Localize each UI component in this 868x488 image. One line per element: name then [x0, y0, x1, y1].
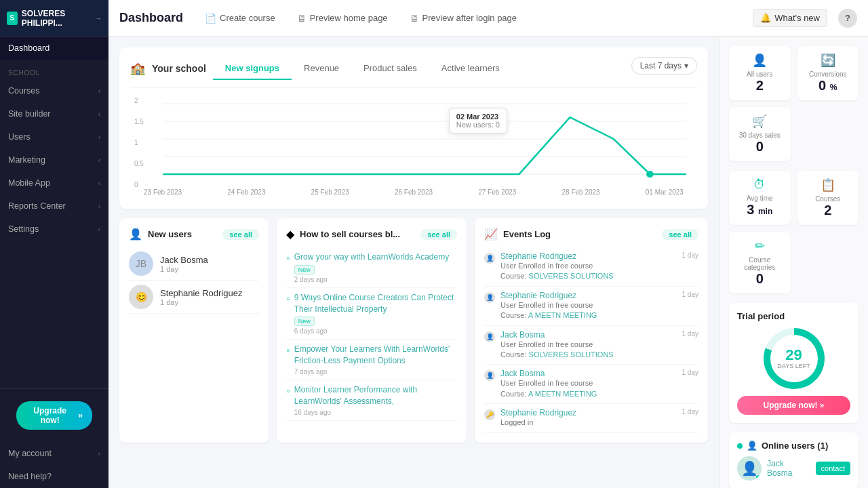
stat-avg-time: ⏱ Avg time 3 min — [729, 171, 791, 225]
event-time: 1 day — [682, 251, 698, 259]
sidebar-item-my-account[interactable]: My account ‹ — [0, 442, 108, 465]
topbar: Dashboard 📄 Create course 🖥 Preview home… — [108, 0, 868, 37]
event-content: Stephanie Rodriguez User Enrolled in fre… — [500, 291, 677, 321]
online-dot — [737, 443, 743, 449]
online-users-box: 👤 Online users (1) 👤 Jack Bosma contact — [729, 432, 859, 488]
sidebar-item-label: Settings — [8, 224, 39, 234]
upgrade-now-button[interactable]: Upgrade now! » — [737, 396, 850, 415]
sidebar-item-reports-center[interactable]: Reports Center ‹ — [0, 195, 108, 218]
upgrade-label: Upgrade now! — [26, 406, 74, 425]
event-user-name[interactable]: Stephanie Rodriguez — [500, 408, 677, 418]
blog-link[interactable]: 9 Ways Online Course Creators Can Protec… — [294, 292, 457, 315]
brand-header[interactable]: S SOLVERES PHILIPPI... → — [0, 0, 108, 37]
event-user-name[interactable]: Jack Bosma — [500, 330, 677, 340]
sales-value: 0 — [736, 139, 784, 155]
user-item: 😊 Stephanie Rodriguez 1 day — [129, 281, 259, 314]
event-item: 🔑 Stephanie Rodriguez Logged in 1 day — [484, 404, 698, 432]
dashboard-main: 🏫 Your school New signups Revenue Produc… — [108, 37, 719, 488]
events-title: Events Log — [503, 229, 551, 239]
sidebar-item-label: Dashboard — [8, 43, 50, 53]
tooltip-date: 02 Mar 2023 — [456, 113, 500, 121]
sidebar-item-site-builder[interactable]: Site builder ‹ — [0, 102, 108, 125]
help-button[interactable]: ? — [838, 9, 857, 28]
new-badge: New — [294, 317, 315, 326]
event-course-link[interactable]: SOLVERES SOLUTIONS — [529, 272, 614, 280]
upgrade-button[interactable]: Upgrade now! » — [16, 401, 92, 430]
online-users-icon: 👤 — [747, 441, 757, 451]
create-course-button[interactable]: 📄 Create course — [199, 9, 281, 27]
preview-home-button[interactable]: 🖥 Preview home page — [292, 9, 393, 27]
event-time: 1 day — [682, 291, 698, 298]
avg-time-unit: min — [758, 207, 772, 216]
svg-point-5 — [646, 171, 654, 178]
event-user-name[interactable]: Jack Bosma — [500, 369, 677, 378]
tab-product-sales[interactable]: Product sales — [351, 58, 429, 80]
event-user-name[interactable]: Stephanie Rodriguez — [500, 251, 677, 261]
tab-revenue[interactable]: Revenue — [292, 58, 351, 80]
event-user-icon: 👤 — [484, 253, 495, 264]
chevron-icon: ‹ — [98, 110, 100, 118]
user-name: Stephanie Rodriguez — [160, 288, 242, 298]
whats-new-button[interactable]: 🔔 What's new — [753, 9, 827, 27]
brand-arrow[interactable]: → — [94, 14, 102, 22]
online-user-name[interactable]: Jack Bosma — [767, 459, 810, 478]
tab-new-signups[interactable]: New signups — [213, 58, 292, 80]
sidebar-item-settings[interactable]: Settings ‹ — [0, 218, 108, 241]
user-item: JB Jack Bosma 1 day — [129, 247, 259, 281]
blog-widget: ◆ How to sell courses bl... see all ◦ Gr… — [277, 218, 467, 443]
sidebar-item-need-help[interactable]: Need help? — [0, 465, 108, 488]
chevron-icon: ‹ — [98, 157, 100, 164]
event-content: Jack Bosma User Enrolled in free course … — [500, 369, 677, 399]
event-time: 1 day — [682, 369, 698, 376]
event-course-link[interactable]: A MEETN MEETING — [528, 311, 597, 319]
blog-dot: ◦ — [286, 344, 290, 357]
school-tabs: New signups Revenue Product sales Active… — [213, 58, 512, 79]
chevron-icon: ‹ — [98, 87, 100, 95]
event-content: Jack Bosma User Enrolled in free course … — [500, 330, 677, 361]
blog-link[interactable]: Empower Your Learners With LearnWorlds' … — [294, 344, 457, 367]
sidebar-item-marketing[interactable]: Marketing ‹ — [0, 148, 108, 171]
sidebar-item-label: Marketing — [8, 155, 45, 165]
event-user-name[interactable]: Stephanie Rodriguez — [500, 291, 677, 300]
event-course-link[interactable]: SOLVERES SOLUTIONS — [529, 350, 614, 359]
stat-all-users: 👤 All users 2 — [729, 46, 791, 100]
avatar: 😊 — [129, 285, 153, 309]
sidebar-item-label: Reports Center — [8, 201, 66, 211]
upgrade-now-label: Upgrade now! » — [763, 401, 824, 410]
events-see-all[interactable]: see all — [662, 229, 698, 240]
blog-time: 7 days ago — [294, 368, 457, 375]
contact-button[interactable]: contact — [816, 462, 850, 475]
user-time: 1 day — [160, 265, 208, 273]
new-users-see-all[interactable]: see all — [222, 229, 259, 240]
date-filter[interactable]: Last 7 days ▾ — [631, 57, 697, 75]
blog-item: ◦ Monitor Learner Performance with Learn… — [286, 380, 457, 421]
blog-header: ◆ How to sell courses bl... see all — [286, 228, 457, 241]
blog-content: Monitor Learner Performance with LearnWo… — [294, 384, 457, 416]
chevron-icon: ‹ — [98, 180, 100, 187]
event-item: 👤 Stephanie Rodriguez User Enrolled in f… — [484, 287, 698, 326]
blog-dot: ◦ — [286, 385, 290, 397]
avg-time-icon: ⏱ — [736, 178, 784, 192]
date-filter-label: Last 7 days — [640, 61, 682, 70]
user-name: Jack Bosma — [160, 255, 208, 265]
event-course-link[interactable]: A MEETN MEETING — [528, 390, 597, 398]
blog-see-all[interactable]: see all — [420, 229, 457, 240]
conversions-icon: 🔄 — [804, 53, 852, 68]
need-help-label: Need help? — [8, 472, 52, 481]
blog-link[interactable]: Monitor Learner Performance with LearnWo… — [294, 384, 457, 407]
right-panel: 👤 All users 2 🔄 Conversions 0 % 🛒 30 day… — [719, 37, 868, 488]
preview-login-button[interactable]: 🖥 Preview after login page — [404, 9, 522, 27]
blog-link[interactable]: Grow your way with LearnWorlds Academy — [294, 251, 457, 263]
online-status-dot — [755, 474, 761, 480]
sidebar-item-mobile-app[interactable]: Mobile App ‹ — [0, 171, 108, 195]
events-icon: 📈 — [484, 228, 498, 241]
event-description: User Enrolled in free course — [500, 378, 677, 388]
avg-time-value: 3 min — [736, 202, 784, 218]
sidebar-item-dashboard[interactable]: Dashboard — [0, 37, 108, 60]
stat-conversions: 🔄 Conversions 0 % — [797, 46, 859, 100]
sidebar-item-users[interactable]: Users ‹ — [0, 125, 108, 148]
blog-content: 9 Ways Online Course Creators Can Protec… — [294, 292, 457, 336]
sidebar-item-courses[interactable]: Courses ‹ — [0, 79, 108, 102]
tab-active-learners[interactable]: Active learners — [429, 58, 512, 80]
preview-home-label: Preview home page — [310, 13, 388, 23]
